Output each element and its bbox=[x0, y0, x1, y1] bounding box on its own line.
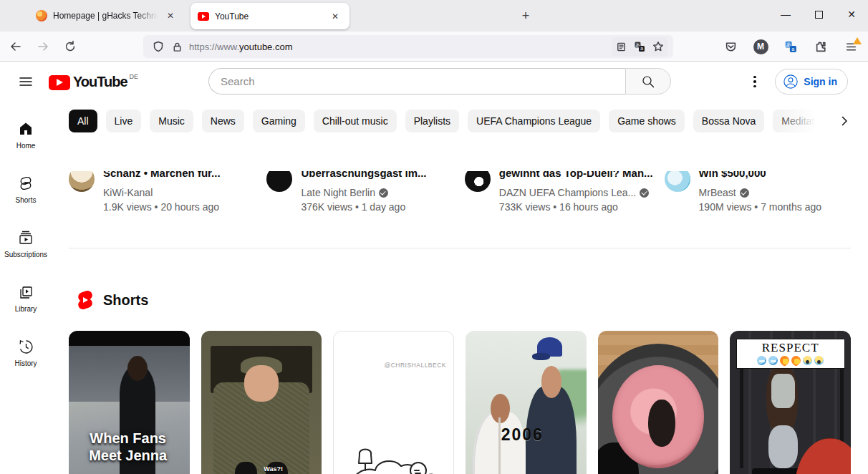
search-button[interactable] bbox=[625, 68, 671, 95]
video-card[interactable]: Win $500,000 MrBeast 190M views • 7 mont… bbox=[665, 171, 851, 218]
history-icon bbox=[17, 338, 34, 355]
sidebar-item-history[interactable]: History bbox=[3, 327, 49, 378]
pocket-icon[interactable] bbox=[720, 37, 741, 57]
sidebar-item-library[interactable]: Library bbox=[3, 272, 49, 324]
channel-name[interactable]: DAZN UEFA Champions Lea... bbox=[499, 187, 653, 198]
chip-gaming[interactable]: Gaming bbox=[253, 110, 305, 132]
chip-news[interactable]: News bbox=[202, 110, 244, 132]
settings-kebab-button[interactable] bbox=[741, 67, 769, 96]
browser-tab-strip: Homepage | gHacks Technolog ✕ YouTube ✕ … bbox=[0, 0, 868, 32]
signin-button[interactable]: Sign in bbox=[775, 69, 848, 95]
chip-chill-out-music[interactable]: Chill-out music bbox=[314, 110, 397, 132]
youtube-logo[interactable]: YouTube DE bbox=[49, 73, 138, 90]
verified-badge-icon bbox=[379, 188, 388, 198]
tab-title: YouTube bbox=[215, 11, 322, 21]
bookmark-star-icon[interactable] bbox=[649, 37, 667, 56]
guide-menu-button[interactable] bbox=[11, 67, 40, 96]
short-card-comic[interactable]: @CHRISHALLBECK bbox=[333, 331, 454, 474]
scream-emoji bbox=[814, 356, 824, 365]
extensions-puzzle-icon[interactable] bbox=[811, 37, 831, 57]
channel-avatar[interactable] bbox=[465, 171, 491, 192]
sidebar-item-subscriptions[interactable]: Subscriptions bbox=[3, 218, 49, 269]
sidebar-item-label: Home bbox=[16, 142, 36, 150]
minimize-button[interactable]: — bbox=[769, 0, 802, 29]
channel-avatar[interactable] bbox=[266, 171, 292, 192]
account-extension-icon[interactable]: M bbox=[751, 37, 771, 57]
channel-name[interactable]: Late Night Berlin bbox=[301, 187, 426, 198]
tab-close-icon[interactable]: ✕ bbox=[328, 9, 342, 24]
chip-playlists[interactable]: Playlists bbox=[405, 110, 459, 132]
browser-toolbar: https://www.youtube.com あa M あa bbox=[0, 32, 868, 62]
chevron-right-icon[interactable] bbox=[838, 115, 851, 127]
tab-title: Homepage | gHacks Technolog bbox=[53, 11, 158, 21]
shorts-shelf: When Fans Meet Jenna Was?! @CHRISHALLBEC… bbox=[69, 331, 851, 474]
translate-icon[interactable]: あa bbox=[630, 37, 649, 56]
video-meta-line: 376K views • 1 day ago bbox=[301, 201, 426, 213]
sidebar-item-home[interactable]: Home bbox=[3, 109, 49, 160]
app-menu-icon[interactable] bbox=[841, 37, 861, 57]
channel-avatar[interactable] bbox=[69, 171, 95, 192]
chip-music[interactable]: Music bbox=[150, 110, 193, 132]
video-title[interactable]: Überraschungsgast im... bbox=[301, 171, 426, 180]
video-card[interactable]: Schanz • Märchen für... KiWi-Kanal 1.9K … bbox=[69, 171, 255, 218]
channel-name[interactable]: MrBeast bbox=[699, 187, 821, 198]
sidebar-item-label: Library bbox=[15, 305, 37, 313]
menu-warning-badge bbox=[853, 37, 862, 44]
short-card-meat-donut[interactable] bbox=[598, 331, 719, 474]
channel-avatar[interactable] bbox=[665, 171, 690, 192]
chip-bossa-nova[interactable]: Bossa Nova bbox=[693, 110, 764, 132]
address-bar[interactable]: https://www.youtube.com あa bbox=[143, 35, 673, 58]
short-card-2006[interactable]: 2006 bbox=[466, 331, 587, 474]
nike-cap bbox=[537, 337, 562, 357]
short-card-jenna[interactable]: When Fans Meet Jenna bbox=[69, 331, 190, 474]
short-card-respect-gym[interactable]: TITAN 20 RESPECT bbox=[730, 331, 851, 474]
fire-emoji bbox=[778, 354, 791, 367]
person-icon bbox=[783, 74, 799, 90]
shorts-section-title: Shorts bbox=[103, 292, 148, 309]
search-input[interactable] bbox=[208, 68, 625, 95]
video-metadata-row: Schanz • Märchen für... KiWi-Kanal 1.9K … bbox=[69, 171, 851, 218]
verified-badge-icon bbox=[740, 188, 749, 198]
maximize-icon bbox=[815, 11, 823, 19]
verified-badge-icon bbox=[640, 188, 649, 198]
video-meta-line: 1.9K views • 20 hours ago bbox=[103, 201, 221, 213]
back-button[interactable] bbox=[4, 35, 27, 58]
translate-extension-icon[interactable]: あa bbox=[781, 37, 801, 57]
chip-game-shows[interactable]: Game shows bbox=[609, 110, 685, 132]
video-title[interactable]: gewinnt das Top-Duell? Man... bbox=[499, 171, 653, 180]
tab-youtube[interactable]: YouTube ✕ bbox=[191, 3, 349, 29]
shorts-icon bbox=[17, 175, 34, 192]
close-button[interactable]: ✕ bbox=[835, 0, 868, 29]
video-title[interactable]: Schanz • Märchen für... bbox=[103, 171, 221, 180]
maximize-button[interactable] bbox=[802, 0, 835, 29]
section-divider bbox=[69, 248, 851, 248]
video-card[interactable]: gewinnt das Top-Duell? Man... DAZN UEFA … bbox=[465, 171, 653, 218]
url-scheme: https://www. bbox=[189, 42, 239, 52]
country-code: DE bbox=[130, 73, 139, 80]
search-area bbox=[208, 68, 671, 95]
chip-all[interactable]: All bbox=[69, 110, 97, 132]
tab-close-icon[interactable]: ✕ bbox=[163, 9, 178, 23]
shield-icon[interactable] bbox=[149, 37, 168, 56]
filter-chips-bar: All Live Music News Gaming Chill-out mus… bbox=[69, 110, 851, 132]
lock-icon[interactable] bbox=[168, 37, 186, 56]
shorts-section-header: Shorts bbox=[77, 291, 148, 309]
channel-name[interactable]: KiWi-Kanal bbox=[103, 187, 221, 198]
chip-uefa-champions-league[interactable]: UEFA Champions League bbox=[468, 110, 600, 132]
url-text[interactable]: https://www.youtube.com bbox=[189, 42, 612, 52]
tab-ghacks[interactable]: Homepage | gHacks Technolog ✕ bbox=[29, 3, 185, 29]
banner-title: RESPECT bbox=[738, 342, 843, 354]
reload-button[interactable] bbox=[59, 35, 82, 58]
new-tab-button[interactable]: + bbox=[516, 6, 536, 26]
forward-button[interactable] bbox=[32, 35, 54, 58]
sidebar-item-shorts[interactable]: Shorts bbox=[3, 163, 49, 215]
reader-mode-icon[interactable] bbox=[612, 37, 630, 56]
video-title[interactable]: Win $500,000 bbox=[699, 171, 821, 180]
youtube-logo-text: YouTube bbox=[73, 74, 127, 90]
short-card-soldier[interactable]: Was?! bbox=[201, 331, 322, 474]
video-card[interactable]: Überraschungsgast im... Late Night Berli… bbox=[266, 171, 453, 218]
search-icon bbox=[641, 74, 655, 89]
youtube-page: YouTube DE Sign in Home Sho bbox=[0, 62, 868, 474]
youtube-play-icon bbox=[49, 75, 70, 90]
chip-live[interactable]: Live bbox=[106, 110, 142, 132]
